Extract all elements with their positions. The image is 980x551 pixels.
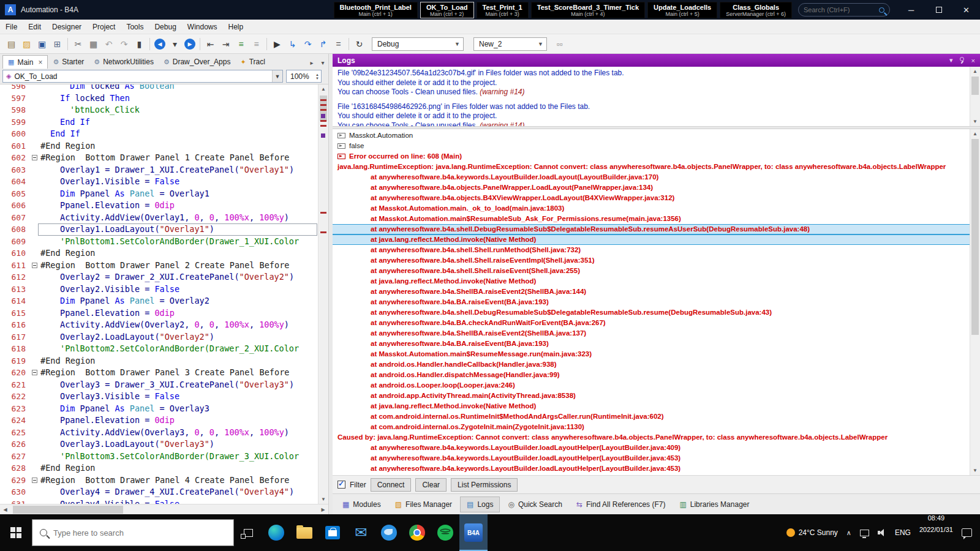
chrome-taskbar-button[interactable] — [403, 514, 431, 551]
fold-collapse-icon[interactable] — [32, 478, 37, 483]
warnings-scrollbar[interactable]: ▲ ▼ — [970, 67, 980, 126]
maximize-button[interactable] — [925, 0, 952, 20]
code-area[interactable]: 596Dim locked As Boolean597If locked The… — [0, 84, 318, 504]
step-over-icon[interactable]: ↷ — [301, 37, 315, 51]
scrollbar-thumb[interactable] — [971, 77, 979, 95]
current-sub-combo[interactable]: ◈ OK_To_Load ▼ — [2, 70, 283, 83]
build-configuration-combo[interactable]: Debug ▼ — [372, 37, 464, 51]
layout-variants-icon[interactable]: ▫▫ — [552, 37, 567, 51]
scroll-right-icon[interactable]: ▶ — [318, 507, 328, 512]
scroll-left-icon[interactable]: ◀ — [0, 507, 10, 512]
tab-find-references[interactable]: ⇆Find All References (F7) — [570, 497, 671, 512]
run-icon[interactable]: ▶ — [270, 37, 284, 51]
display-tray-button[interactable] — [856, 514, 873, 551]
editor-tab-tracl[interactable]: ✦Tracl — [235, 55, 270, 69]
open-project-icon[interactable]: ▨ — [20, 37, 34, 51]
editor-vertical-scrollbar[interactable]: ▲ ▼ — [318, 84, 328, 504]
outdent-icon[interactable]: ⇤ — [203, 37, 217, 51]
hidden-icons-button[interactable]: ∧ — [842, 514, 856, 551]
tab-libraries-manager[interactable]: ▥Libraries Manager — [673, 497, 755, 512]
menu-help[interactable]: Help — [223, 20, 249, 34]
clear-button[interactable]: Clear — [415, 478, 447, 492]
scroll-up-icon[interactable]: ▲ — [318, 84, 328, 94]
fold-collapse-icon[interactable] — [32, 370, 37, 375]
navigate-forward-icon[interactable]: ▶ — [184, 39, 195, 50]
language-indicator[interactable]: ENG — [891, 514, 915, 551]
volume-button[interactable] — [873, 514, 891, 551]
fold-collapse-icon[interactable] — [32, 263, 37, 268]
clock[interactable]: 08:49 2022/01/31 — [915, 514, 957, 551]
connect-button[interactable]: Connect — [371, 478, 412, 492]
indent-icon[interactable]: ⇥ — [219, 37, 233, 51]
menu-designer[interactable]: Designer — [47, 20, 87, 34]
menu-windows[interactable]: Windows — [182, 20, 223, 34]
spotify-taskbar-button[interactable] — [431, 514, 459, 551]
error-log-area[interactable]: Masskot.AutomationfalseError occurred on… — [333, 129, 980, 475]
scroll-down-icon[interactable]: ▼ — [970, 117, 980, 126]
undo-icon[interactable]: ↶ — [102, 37, 116, 51]
redo-icon[interactable]: ↷ — [117, 37, 131, 51]
scrollbar-thumb[interactable] — [971, 139, 979, 335]
tab-quick-search[interactable]: ◎Quick Search — [502, 497, 568, 512]
store-taskbar-button[interactable] — [318, 514, 347, 551]
copy-icon[interactable]: ▦ — [86, 37, 100, 51]
step-into-icon[interactable]: ↳ — [285, 37, 300, 51]
log-scrollbar[interactable]: ▲ ▼ — [970, 129, 980, 475]
filter-checkbox[interactable] — [337, 481, 345, 489]
list-permissions-button[interactable]: List Permissions — [451, 478, 518, 492]
search-input[interactable] — [804, 6, 879, 13]
logs-panel-header[interactable]: Logs ▾ × — [333, 54, 980, 67]
back-history-dropdown-icon[interactable]: ▾ — [168, 37, 182, 51]
quick-module-button[interactable]: Test_Print_1Main (ctrl + 3) — [477, 2, 529, 18]
zoom-spinner-icons[interactable]: ▲▼ — [315, 73, 319, 80]
tab-files-manager[interactable]: ▧Files Manager — [389, 497, 458, 512]
close-icon[interactable]: × — [971, 57, 975, 64]
editor-tab-starter[interactable]: ⚙Starter — [48, 55, 89, 69]
uncomment-icon[interactable]: ≡ — [249, 37, 263, 51]
titlebar-search-box[interactable] — [798, 3, 890, 17]
menu-project[interactable]: Project — [87, 20, 121, 34]
task-view-button[interactable] — [234, 514, 262, 551]
quick-module-button[interactable]: Update_LoadcellsMain (ctrl + 5) — [647, 2, 717, 18]
restart-icon[interactable]: ↻ — [352, 37, 366, 51]
taskbar-search-box[interactable] — [32, 519, 234, 546]
scroll-up-icon[interactable]: ▲ — [970, 129, 980, 138]
weather-widget[interactable]: 24°C Sunny — [782, 514, 842, 551]
editor-tab-networkutilities[interactable]: ⚙NetworkUtilities — [89, 55, 159, 69]
bookmark-icon[interactable]: ▮ — [132, 37, 146, 51]
tab-scroll-right-icon[interactable]: ▸ — [306, 56, 317, 69]
quick-module-button[interactable]: Bluetooth_Print_LabelMain (ctrl + 1) — [334, 2, 418, 18]
pin-icon[interactable] — [959, 57, 965, 64]
paste-icon[interactable]: ▤ — [4, 37, 18, 51]
menu-debug[interactable]: Debug — [149, 20, 181, 34]
scroll-up-icon[interactable]: ▲ — [970, 67, 980, 76]
close-button[interactable]: ✕ — [952, 0, 980, 20]
quick-module-button[interactable]: OK_To_LoadMain (ctrl + 2) — [420, 2, 474, 18]
chevron-down-icon[interactable]: ▾ — [949, 56, 953, 64]
editor-horizontal-scrollbar[interactable]: ◀ ▶ — [0, 504, 328, 514]
taskbar-search-input[interactable] — [53, 528, 206, 538]
designer-grid-icon[interactable]: ⊞ — [50, 37, 64, 51]
scroll-down-icon[interactable]: ▼ — [318, 495, 328, 504]
layout-variant-combo[interactable]: New_2 ▼ — [473, 37, 547, 51]
tab-modules[interactable]: ▦Modules — [336, 497, 387, 512]
editor-tab-main[interactable]: ▦Main× — [2, 55, 48, 69]
action-center-button[interactable] — [957, 514, 976, 551]
b4a-taskbar-button[interactable]: B4A — [459, 514, 488, 551]
menu-tools[interactable]: Tools — [121, 20, 149, 34]
comment-icon[interactable]: ≡ — [234, 37, 248, 51]
editor-tab-draw_over_apps[interactable]: ⚙Draw_Over_Apps — [159, 55, 236, 69]
warnings-log-area[interactable]: File '09b24e31234507.564a1d23c07b4.gif' … — [333, 67, 980, 126]
scroll-down-icon[interactable]: ▼ — [970, 466, 980, 475]
close-tab-icon[interactable]: × — [38, 58, 42, 67]
step-out-icon[interactable]: ↱ — [316, 37, 330, 51]
quick-module-button[interactable]: Class_GlobalsServerManager (ctrl + 6) — [720, 2, 792, 18]
code-editor[interactable]: 596Dim locked As Boolean597If locked The… — [0, 84, 328, 504]
scrollbar-thumb[interactable] — [13, 506, 123, 514]
menu-edit[interactable]: Edit — [23, 20, 47, 34]
pause-icon[interactable]: = — [331, 37, 345, 51]
chevron-down-icon[interactable]: ▼ — [272, 70, 282, 82]
save-icon[interactable]: ▣ — [35, 37, 49, 51]
quick-module-button[interactable]: Test_ScoreBoard_3_Timer_TickMain (ctrl +… — [531, 2, 645, 18]
cut-icon[interactable]: ✂ — [71, 37, 85, 51]
